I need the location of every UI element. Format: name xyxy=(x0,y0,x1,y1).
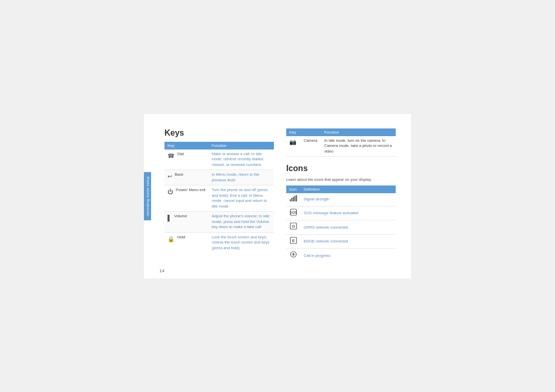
key-function: Lock the touch screen and keys; Unlock t… xyxy=(209,232,274,253)
key-icon: ↩ xyxy=(168,173,172,180)
key-icon: 🔒 xyxy=(168,235,175,243)
key-icon: ▌ xyxy=(168,214,172,222)
key-icon: ⏻ xyxy=(168,188,173,196)
svg-rect-3 xyxy=(294,196,295,201)
status-icon: E xyxy=(290,238,297,246)
svg-rect-2 xyxy=(293,197,294,201)
icon-definition: SOS message feature activated xyxy=(301,206,396,220)
key-function: Adjust the phone's volume; In Idle mode,… xyxy=(209,212,274,233)
icon-glyph-cell: E xyxy=(286,234,301,249)
svg-rect-1 xyxy=(291,198,292,201)
icon-definition: Call in progress xyxy=(301,249,396,263)
icon-glyph-cell xyxy=(286,193,301,206)
key-name: Hold xyxy=(177,235,185,240)
keys-col-key: Key xyxy=(164,142,209,150)
keys-title: Keys xyxy=(164,128,274,138)
svg-point-12 xyxy=(293,254,294,255)
status-icon xyxy=(290,196,297,203)
page-container: recording mode setup Keys Key Function ☎… xyxy=(144,114,411,278)
list-item: Signal strength xyxy=(286,193,396,206)
icons-section: Icons Learn about the icons that appear … xyxy=(286,164,396,263)
keys-table: Key Function ☎ Dial Make or answer a cal… xyxy=(164,142,274,253)
table-row: ▌ Volume Adjust the phone's volume; In I… xyxy=(164,212,274,233)
svg-text:E: E xyxy=(292,238,295,243)
key-name: Back xyxy=(175,172,183,178)
keys-col-function: Function xyxy=(209,142,274,150)
list-item: SOS SOS message feature activated xyxy=(286,206,396,220)
icons-description: Learn about the icons that appear on you… xyxy=(286,177,396,182)
svg-text:SOS: SOS xyxy=(290,210,297,215)
status-icon xyxy=(290,252,297,259)
key-name: Dial xyxy=(177,152,184,157)
camera-icon: 📷 xyxy=(289,139,297,145)
table-row: 📷 Camera In Idle mode, turn on the camer… xyxy=(286,136,396,157)
page-number: 14 xyxy=(159,268,164,273)
right-key-name: Camera xyxy=(301,136,321,157)
icon-definition: GPRS network connected xyxy=(301,220,396,235)
icons-col-icon: Icon xyxy=(286,185,301,193)
key-function: Make or answer a call; In Idle mode, ret… xyxy=(209,150,274,170)
svg-rect-4 xyxy=(296,195,297,201)
key-function: In Menu mode, return to the previous lev… xyxy=(209,170,274,185)
right-key-function: In Idle mode, turn on the camera; In Cam… xyxy=(321,136,396,157)
icons-title: Icons xyxy=(286,164,396,173)
table-row: ⏻ Power/ Menu exit Turn the phone on and… xyxy=(164,185,274,212)
right-keys-table: Key Function 📷 Camera In Idle mode, turn… xyxy=(286,128,396,157)
table-row: 🔒 Hold Lock the touch screen and keys; U… xyxy=(164,232,274,253)
table-row: ↩ Back In Menu mode, return to the previ… xyxy=(164,170,274,185)
right-key-name-col xyxy=(301,128,321,136)
key-name: Power/ Menu exit xyxy=(176,188,206,193)
svg-rect-0 xyxy=(290,199,291,201)
right-key-col: Key xyxy=(286,128,301,136)
right-key-icon-cell: 📷 xyxy=(286,136,301,157)
right-column: Key Function 📷 Camera In Idle mode, turn… xyxy=(286,128,396,264)
icon-glyph-cell xyxy=(286,249,301,263)
icons-table: Icon Definition Signal strength SOS SOS … xyxy=(286,185,396,263)
sidebar-tab: recording mode setup xyxy=(144,172,151,220)
key-icon: ☎ xyxy=(168,152,175,160)
key-name: Volume xyxy=(174,214,187,219)
svg-text:G: G xyxy=(292,224,295,229)
left-column: Keys Key Function ☎ Dial Make or answer … xyxy=(164,128,274,264)
list-item: G GPRS network connected xyxy=(286,220,396,235)
icon-glyph-cell: G xyxy=(286,220,301,235)
list-item: E EDGE network connected xyxy=(286,234,396,249)
icons-col-definition: Definition xyxy=(301,185,396,193)
icon-definition: Signal strength xyxy=(301,193,396,206)
right-func-col: Function xyxy=(321,128,396,136)
status-icon: G xyxy=(290,224,297,231)
table-row: ☎ Dial Make or answer a call; In Idle mo… xyxy=(164,150,274,170)
icon-glyph-cell: SOS xyxy=(286,206,301,220)
status-icon: SOS xyxy=(290,210,297,217)
icon-definition: EDGE network connected xyxy=(301,234,396,249)
list-item: Call in progress xyxy=(286,249,396,263)
key-function: Turn the phone on and off (press and hol… xyxy=(209,185,274,212)
